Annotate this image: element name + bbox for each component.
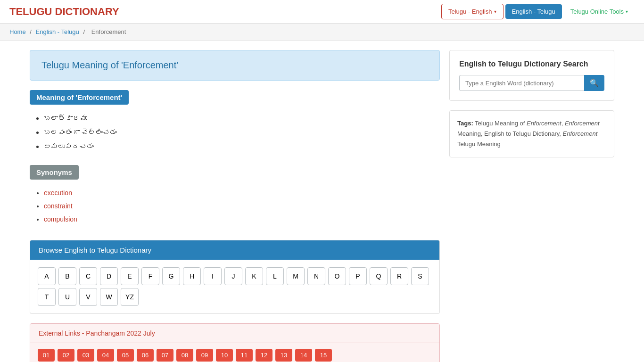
date-btn-11[interactable]: 11 <box>236 349 253 362</box>
date-btn-03[interactable]: 03 <box>77 349 94 362</box>
tags-label: Tags: <box>457 120 473 127</box>
alpha-btn-d[interactable]: D <box>100 267 118 285</box>
site-logo[interactable]: TELUGU DICTIONARY <box>9 6 119 18</box>
alpha-btn-s[interactable]: S <box>411 267 429 285</box>
alpha-btn-q[interactable]: Q <box>370 267 388 285</box>
browse-header: Browse English to Telugu Dictionary <box>30 240 439 260</box>
tags-text2: , <box>561 120 565 127</box>
synonym-item: execution <box>44 186 440 199</box>
alpha-btn-n[interactable]: N <box>307 267 325 285</box>
tags-text3: Meaning, English to Telugu Dictionary, <box>457 130 563 137</box>
synonyms-header: Synonyms <box>30 165 79 180</box>
date-btn-02[interactable]: 02 <box>58 349 74 362</box>
alpha-btn-b[interactable]: B <box>58 267 76 285</box>
alpha-btn-u[interactable]: U <box>58 288 76 306</box>
meaning-item: బలవంతంగా చెల్లించడం <box>44 125 440 140</box>
alpha-btn-m[interactable]: M <box>287 267 305 285</box>
tags-box: Tags: Telugu Meaning of Enforcement, Enf… <box>449 110 614 157</box>
alpha-btn-k[interactable]: K <box>245 267 263 285</box>
alpha-btn-v[interactable]: V <box>79 288 97 306</box>
alpha-btn-g[interactable]: G <box>162 267 180 285</box>
date-btn-01[interactable]: 01 <box>38 349 55 362</box>
tags-word1: Enforcement <box>527 120 561 127</box>
tags-text4: Telugu Meaning <box>457 140 501 148</box>
date-btn-07[interactable]: 07 <box>157 349 173 362</box>
alpha-btn-e[interactable]: E <box>121 267 139 285</box>
synonym-list: executionconstraintcompulsion <box>44 186 440 226</box>
meaning-item: అమలుపరచడం <box>44 140 440 154</box>
synonym-item: constraint <box>44 199 440 213</box>
search-input-row: 🔍 <box>459 75 604 91</box>
date-btn-15[interactable]: 15 <box>315 349 332 362</box>
alpha-btn-t[interactable]: T <box>38 288 56 306</box>
tags-word2: Enforcement <box>565 120 600 127</box>
telugu-english-nav-btn[interactable]: Telugu - English ▾ <box>441 4 504 19</box>
external-header: External Links - Panchangam 2022 July <box>30 324 439 343</box>
tools-nav-btn[interactable]: Telugu Online Tools ▾ <box>564 4 635 19</box>
synonym-item: compulsion <box>44 213 440 226</box>
brand-telugu: TELUGU <box>9 6 55 17</box>
page-title: Telugu Meaning of 'Enforcement' <box>41 60 428 71</box>
breadcrumb: Home / English - Telugu / Enforcement <box>0 24 644 41</box>
synonyms-section: Synonyms executionconstraintcompulsion <box>30 165 440 226</box>
alpha-btn-r[interactable]: R <box>390 267 408 285</box>
alpha-btn-p[interactable]: P <box>349 267 367 285</box>
navbar: TELUGU DICTIONARY Telugu - English ▾ Eng… <box>0 0 644 24</box>
meaning-header: Meaning of 'Enforcement' <box>30 90 129 105</box>
search-box: English to Telugu Dictionary Search 🔍 <box>449 50 614 101</box>
date-btn-13[interactable]: 13 <box>275 349 292 362</box>
alpha-btn-h[interactable]: H <box>183 267 201 285</box>
date-btn-09[interactable]: 09 <box>196 349 213 362</box>
breadcrumb-home[interactable]: Home <box>9 28 26 35</box>
meaning-list: బలాత్కారముబలవంతంగా చెల్లించడంఅమలుపరచడం <box>44 111 440 154</box>
synonym-link[interactable]: constraint <box>44 202 73 210</box>
breadcrumb-current: Enforcement <box>91 28 126 35</box>
alpha-btn-c[interactable]: C <box>79 267 97 285</box>
external-links-section: External Links - Panchangam 2022 July 01… <box>30 323 440 362</box>
browse-section: Browse English to Telugu Dictionary ABCD… <box>30 240 440 314</box>
alpha-btn-yz[interactable]: YZ <box>121 288 139 306</box>
main-content: Telugu Meaning of 'Enforcement' Meaning … <box>30 50 440 362</box>
search-title: English to Telugu Dictionary Search <box>459 60 604 68</box>
date-btn-12[interactable]: 12 <box>256 349 272 362</box>
date-buttons: 010203040506070809101112131415 <box>38 349 432 362</box>
breadcrumb-english-telugu[interactable]: English - Telugu <box>36 28 79 35</box>
alpha-btn-l[interactable]: L <box>266 267 284 285</box>
search-input[interactable] <box>459 75 584 91</box>
synonym-link[interactable]: execution <box>44 189 72 197</box>
alpha-btn-j[interactable]: J <box>224 267 242 285</box>
english-telugu-nav-btn[interactable]: English - Telugu <box>505 4 562 19</box>
nav-links: Telugu - English ▾ English - Telugu Telu… <box>441 4 635 19</box>
alphabet-buttons: ABCDEFGHIJKLMNOPQRSTUVWYZ <box>38 267 432 306</box>
date-btn-04[interactable]: 04 <box>97 349 114 362</box>
meaning-item: బలాత్కారము <box>44 111 440 125</box>
dropdown-caret-icon: ▾ <box>494 9 496 14</box>
tools-caret-icon: ▾ <box>626 9 628 14</box>
alpha-btn-f[interactable]: F <box>141 267 159 285</box>
sidebar: English to Telugu Dictionary Search 🔍 Ta… <box>449 50 614 362</box>
breadcrumb-sep1: / <box>30 28 33 35</box>
alpha-btn-w[interactable]: W <box>100 288 118 306</box>
date-btn-05[interactable]: 05 <box>117 349 134 362</box>
tags-word3: Enforcement <box>563 130 598 137</box>
date-btn-14[interactable]: 14 <box>295 349 312 362</box>
meaning-section: Meaning of 'Enforcement' బలాత్కారముబలవంత… <box>30 90 440 154</box>
date-btn-10[interactable]: 10 <box>216 349 233 362</box>
search-button[interactable]: 🔍 <box>584 75 604 91</box>
alpha-btn-a[interactable]: A <box>38 267 56 285</box>
external-body: 010203040506070809101112131415 <box>30 343 439 362</box>
alpha-btn-o[interactable]: O <box>328 267 346 285</box>
alpha-btn-i[interactable]: I <box>204 267 222 285</box>
breadcrumb-sep2: / <box>83 28 86 35</box>
brand-dictionary: DICTIONARY <box>55 6 119 17</box>
tags-text1: Telugu Meaning of <box>475 120 527 127</box>
page-title-box: Telugu Meaning of 'Enforcement' <box>30 50 440 81</box>
date-btn-06[interactable]: 06 <box>137 349 154 362</box>
tags-text: Tags: Telugu Meaning of Enforcement, Enf… <box>457 118 606 149</box>
browse-body: ABCDEFGHIJKLMNOPQRSTUVWYZ <box>30 260 439 313</box>
main-container: Telugu Meaning of 'Enforcement' Meaning … <box>20 41 624 362</box>
date-btn-08[interactable]: 08 <box>176 349 193 362</box>
synonym-link[interactable]: compulsion <box>44 215 77 223</box>
